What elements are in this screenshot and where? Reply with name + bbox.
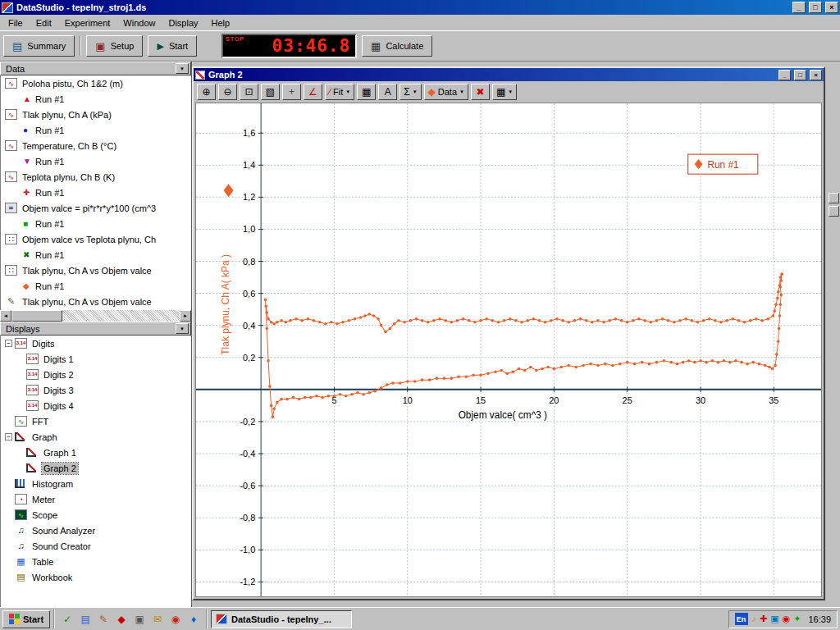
display-item-graph[interactable]: −Graph	[1, 429, 191, 445]
align-axes-tool[interactable]: ▧	[261, 84, 280, 100]
data-item-temperature-ch-b-c[interactable]: ∿Temperature, Ch B (°C)	[1, 138, 191, 153]
displays-panel-header[interactable]: Displays ▼	[0, 322, 191, 336]
menu-window[interactable]: Window	[116, 16, 162, 30]
summary-button[interactable]: ▤ Summary	[3, 35, 75, 57]
scroll-left-button[interactable]: ◄	[0, 310, 11, 322]
run-item[interactable]: ●Run #1	[1, 122, 191, 138]
display-item-workbook[interactable]: ▤Workbook	[1, 569, 191, 585]
run-item[interactable]: ■Run #1	[1, 216, 191, 231]
zoom-in-tool-icon: ⊕	[202, 86, 210, 98]
calculate-tool[interactable]: ▦	[357, 84, 376, 100]
minimize-button[interactable]: _	[792, 2, 806, 13]
graph-close-button[interactable]: ×	[810, 70, 822, 80]
svg-text:-0,4: -0,4	[240, 449, 255, 459]
run-item[interactable]: ◆Run #1	[1, 278, 191, 294]
quick-launch-icon-3[interactable]: ✎	[95, 611, 112, 628]
data-tree: ∿Poloha pistu, Ch 1&2 (m)▲Run #1∿Tlak pl…	[0, 75, 191, 310]
menu-help[interactable]: Help	[205, 16, 237, 30]
display-item-sound-analyzer[interactable]: ♫Sound Analyzer	[1, 523, 191, 538]
zoom-in-tool[interactable]: ⊕	[197, 84, 216, 100]
data-item-tlak-plynu-ch-a-vs-objem-valce[interactable]: ✎Tlak plynu, Ch A vs Objem valce	[1, 294, 191, 309]
graph-minimize-button[interactable]: _	[778, 70, 791, 80]
taskbar-task-button[interactable]: DataStudio - tepelny_...	[211, 610, 352, 628]
zoom-out-tool[interactable]: ⊖	[218, 84, 237, 100]
display-item-graph-2[interactable]: Graph 2	[1, 460, 191, 476]
graph-settings-menu[interactable]: ▦▼	[492, 84, 517, 100]
display-item-digits[interactable]: −3.14Digits	[1, 336, 191, 351]
data-menu[interactable]: ◆Data▼	[424, 84, 468, 100]
data-panel-header[interactable]: Data ▼	[0, 62, 191, 75]
quick-launch-icon-6[interactable]: ✉	[149, 611, 166, 628]
data-panel-hscrollbar[interactable]: ◄ ►	[0, 310, 191, 322]
display-item-fft[interactable]: ∿FFT	[1, 413, 191, 429]
graph-window-titlebar[interactable]: Graph 2 _ □ ×	[194, 68, 824, 81]
menu-edit[interactable]: Edit	[30, 16, 58, 30]
run-item[interactable]: ✚Run #1	[1, 185, 191, 200]
display-item-histogram[interactable]: Histogram	[1, 476, 191, 491]
quick-launch-icon-2[interactable]: ▤	[77, 611, 94, 628]
display-item-scope[interactable]: ∿Scope	[1, 507, 191, 523]
menu-display[interactable]: Display	[162, 16, 204, 30]
start-menu-button[interactable]: Start	[2, 610, 50, 628]
data-item-tlak-plynu-ch-a-vs-objem-valce[interactable]: ∷Tlak plynu, Ch A vs Objem valce	[1, 262, 191, 278]
svg-text:25: 25	[623, 395, 632, 405]
start-button[interactable]: ▶ Start	[148, 35, 197, 57]
data-item-teplota-plynu-ch-b-k[interactable]: ∿Teplota plynu, Ch B (K)	[1, 169, 191, 185]
tray-icon-3[interactable]: ▣	[770, 614, 778, 623]
menu-file[interactable]: File	[2, 16, 30, 30]
data-item-poloha-pistu-ch-1-2-m[interactable]: ∿Poloha pistu, Ch 1&2 (m)	[1, 75, 191, 91]
run-item[interactable]: ▲Run #1	[1, 91, 191, 107]
quick-launch-icon-1[interactable]: ✓	[59, 611, 75, 628]
tray-icon-4[interactable]: ◉	[783, 614, 791, 623]
scroll-right-button[interactable]: ►	[180, 310, 191, 322]
data-item-objem-valce-vs-teplota-plynu-c[interactable]: ∷Objem valce vs Teplota plynu, Ch	[1, 231, 191, 247]
quick-launch-icon-7[interactable]: ◉	[167, 611, 184, 628]
scrollbar-track[interactable]	[11, 310, 180, 322]
data-item-label: Objem valce vs Teplota plynu, Ch	[21, 234, 158, 245]
display-item-digits-1[interactable]: 3.14Digits 1	[1, 351, 191, 367]
display-item-digits-4[interactable]: 3.14Digits 4	[1, 398, 191, 413]
collapse-icon[interactable]: −	[5, 433, 12, 441]
run-item[interactable]: ✖Run #1	[1, 247, 191, 262]
window-titlebar[interactable]: DataStudio - tepelny_stroj1.ds _ □ ×	[0, 0, 840, 15]
display-item-digits-3[interactable]: 3.14Digits 3	[1, 382, 191, 398]
maximize-button[interactable]: □	[809, 2, 822, 13]
smart-tool[interactable]: +	[282, 84, 301, 100]
taskbar-clock[interactable]: 16:39	[805, 614, 831, 624]
setup-button[interactable]: ▣ Setup	[86, 35, 143, 57]
language-indicator[interactable]: En	[735, 613, 748, 625]
display-item-digits-2[interactable]: 3.14Digits 2	[1, 367, 191, 382]
statistics-menu[interactable]: Σ▼	[399, 84, 421, 100]
close-button[interactable]: ×	[825, 2, 838, 13]
data-panel-menu-button[interactable]: ▼	[176, 63, 189, 74]
scrollbar-thumb[interactable]	[11, 310, 62, 322]
background-window-fragment[interactable]	[829, 206, 839, 217]
displays-panel-menu-button[interactable]: ▼	[176, 323, 189, 334]
quick-launch-icon-8[interactable]: ♦	[185, 611, 202, 628]
run-item[interactable]: ▼Run #1	[1, 153, 191, 169]
menu-experiment[interactable]: Experiment	[58, 16, 117, 30]
quick-launch-icon-4[interactable]: ◆	[113, 611, 130, 628]
graph-maximize-button[interactable]: □	[794, 70, 806, 80]
remove-tool[interactable]: ✖	[471, 84, 490, 100]
display-item-sound-creator[interactable]: ♫Sound Creator	[1, 538, 191, 554]
calculate-button[interactable]: ▦ Calculate	[362, 35, 432, 57]
toolbar-separator	[80, 36, 81, 56]
zoom-select-tool[interactable]: ⊡	[240, 84, 258, 100]
collapse-icon[interactable]: −	[5, 340, 12, 347]
data-item-objem-valce-pi-r-r-y-100-cm-3[interactable]: =Objem valce = pi*r*r*y*100 (cm^3	[1, 200, 191, 216]
plot-area[interactable]: 5101520253035-1,2-1,0-0,8-0,6-0,4-0,20,2…	[195, 103, 822, 597]
text-tool[interactable]: A	[378, 84, 397, 100]
slope-tool[interactable]: ∠	[304, 84, 322, 100]
data-item-tlak-plynu-ch-a-kpa[interactable]: ∿Tlak plynu, Ch A (kPa)	[1, 107, 191, 122]
background-window-fragment[interactable]	[829, 193, 839, 203]
tray-icon-1[interactable]: ♪	[752, 614, 757, 623]
display-item-meter[interactable]: ◔Meter	[1, 491, 191, 507]
tray-icon-5[interactable]: ✦	[793, 614, 801, 623]
tray-icon-2[interactable]: ✚	[760, 614, 767, 623]
display-item-graph-1[interactable]: Graph 1	[1, 445, 191, 460]
display-item-table[interactable]: ▦Table	[1, 554, 191, 569]
graph-plot[interactable]: 5101520253035-1,2-1,0-0,8-0,6-0,4-0,20,2…	[196, 103, 821, 596]
quick-launch-icon-5[interactable]: ▣	[131, 611, 148, 628]
fit-menu[interactable]: ∕Fit▼	[325, 84, 354, 100]
